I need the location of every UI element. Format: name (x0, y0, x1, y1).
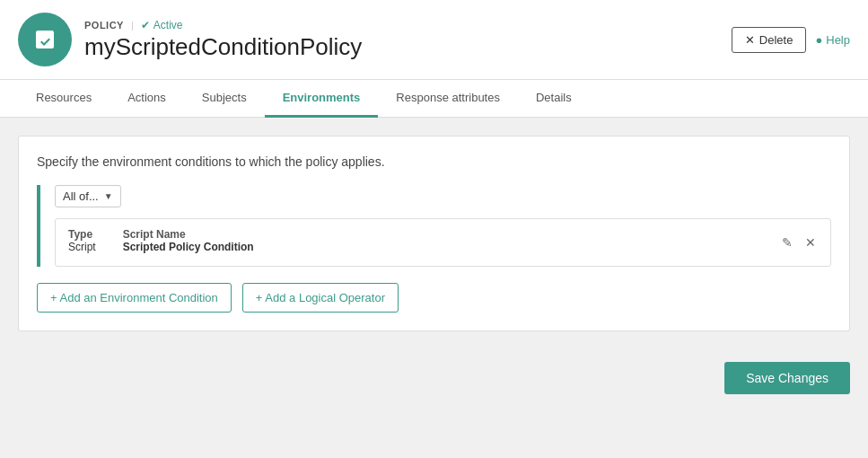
dropdown-arrow-icon: ▼ (104, 191, 113, 201)
row-header: Type Script Script Name Scripted Policy … (68, 228, 780, 253)
header-text: POLICY | ✔ Active myScriptedConditionPol… (84, 19, 732, 61)
condition-row-info: Type Script Script Name Scripted Policy … (68, 228, 780, 257)
add-logical-operator-button[interactable]: + Add a Logical Operator (242, 283, 399, 313)
tab-subjects[interactable]: Subjects (184, 80, 265, 118)
condition-block: All of... ▼ Type Script Script N (37, 185, 831, 267)
check-icon: ✔ (141, 19, 150, 31)
delete-button[interactable]: ✕ Delete (732, 27, 807, 53)
bottom-actions: + Add an Environment Condition + Add a L… (37, 283, 831, 313)
section-description: Specify the environment conditions to wh… (37, 154, 831, 169)
help-button[interactable]: ● Help (815, 33, 850, 47)
policy-label: POLICY (84, 20, 124, 31)
page-header: POLICY | ✔ Active myScriptedConditionPol… (0, 0, 868, 80)
tab-resources[interactable]: Resources (18, 80, 110, 118)
header-actions: ✕ Delete ● Help (732, 27, 850, 53)
save-changes-button[interactable]: Save Changes (724, 362, 850, 394)
help-circle-icon: ● (815, 33, 822, 47)
type-value: Script (68, 241, 96, 253)
all-of-select[interactable]: All of... ▼ (55, 185, 121, 207)
script-name-label: Script Name (123, 228, 254, 241)
condition-header: All of... ▼ (55, 185, 831, 207)
delete-x-icon: ✕ (745, 33, 755, 47)
add-environment-condition-button[interactable]: + Add an Environment Condition (37, 283, 232, 313)
separator: | (131, 20, 134, 31)
status-text: Active (153, 19, 183, 31)
policy-icon (18, 13, 72, 66)
all-of-label: All of... (63, 189, 99, 203)
tab-environments[interactable]: Environments (265, 80, 379, 118)
main-content: Specify the environment conditions to wh… (0, 118, 868, 349)
type-label: Type (68, 228, 96, 241)
content-card: Specify the environment conditions to wh… (18, 136, 850, 331)
condition-row: Type Script Script Name Scripted Policy … (55, 218, 831, 267)
script-name-value: Scripted Policy Condition (123, 241, 254, 253)
tab-details[interactable]: Details (518, 80, 590, 118)
active-badge: ✔ Active (141, 19, 183, 31)
edit-condition-button[interactable]: ✎ (780, 233, 794, 251)
tab-response-attributes[interactable]: Response attributes (378, 80, 518, 118)
remove-condition-button[interactable]: ✕ (803, 233, 818, 251)
tab-actions[interactable]: Actions (110, 80, 184, 118)
condition-row-actions: ✎ ✕ (780, 233, 818, 251)
save-footer: Save Changes (0, 349, 868, 407)
page-title: myScriptedConditionPolicy (84, 33, 732, 61)
tabs-bar: Resources Actions Subjects Environments … (0, 80, 868, 118)
